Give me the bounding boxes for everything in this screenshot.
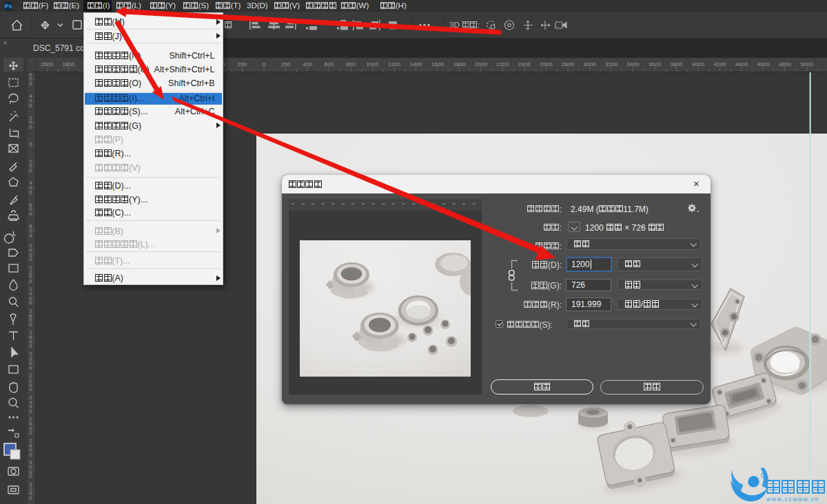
svg-text:3000: 3000 xyxy=(584,61,596,67)
svg-text:1600: 1600 xyxy=(431,61,444,67)
svg-text:4200: 4200 xyxy=(714,61,726,67)
svg-text:1200: 1200 xyxy=(388,61,400,67)
svg-text:3800: 3800 xyxy=(671,61,683,67)
svg-text:0: 0 xyxy=(30,167,32,174)
svg-text:0: 0 xyxy=(30,452,32,458)
svg-text:2000: 2000 xyxy=(475,61,487,67)
svg-text:0: 0 xyxy=(30,408,32,414)
svg-text:3600: 3600 xyxy=(649,61,661,67)
svg-text:0: 0 xyxy=(30,124,32,130)
svg-text:4000: 4000 xyxy=(692,61,704,67)
svg-text:1400: 1400 xyxy=(410,61,422,67)
svg-text:2600: 2600 xyxy=(540,61,553,67)
svg-text:1800: 1800 xyxy=(63,61,75,67)
svg-text:0: 0 xyxy=(30,495,32,501)
svg-text:200: 200 xyxy=(281,61,291,67)
svg-text:0: 0 xyxy=(30,211,32,217)
svg-text:4400: 4400 xyxy=(735,61,748,67)
svg-text:1000: 1000 xyxy=(367,61,379,67)
svg-text:0: 0 xyxy=(30,322,32,328)
svg-text:0: 0 xyxy=(30,300,32,306)
svg-text:400: 400 xyxy=(303,61,312,67)
svg-text:3400: 3400 xyxy=(627,61,640,67)
svg-text:4800: 4800 xyxy=(779,61,791,67)
svg-text:2400: 2400 xyxy=(518,61,531,67)
svg-text:2800: 2800 xyxy=(562,61,574,67)
svg-text:5000: 5000 xyxy=(801,61,813,67)
svg-text:0: 0 xyxy=(30,473,32,479)
svg-text:0: 0 xyxy=(30,81,32,87)
svg-text:0: 0 xyxy=(30,386,32,392)
svg-text:0: 0 xyxy=(30,256,32,262)
svg-text:0: 0 xyxy=(30,189,32,196)
svg-text:2000: 2000 xyxy=(41,61,53,67)
svg-text:0: 0 xyxy=(263,61,266,67)
svg-text:3200: 3200 xyxy=(605,61,617,67)
svg-text:0: 0 xyxy=(30,343,32,349)
svg-text:800: 800 xyxy=(346,61,356,67)
svg-text:1800: 1800 xyxy=(453,61,466,67)
svg-text:2200: 2200 xyxy=(497,61,509,67)
svg-text:600: 600 xyxy=(325,61,334,67)
svg-text:0: 0 xyxy=(30,430,32,436)
svg-text:0: 0 xyxy=(30,233,32,239)
svg-text:0: 0 xyxy=(30,141,32,147)
svg-text:0: 0 xyxy=(30,278,32,284)
svg-text:4600: 4600 xyxy=(757,61,770,67)
svg-text:200: 200 xyxy=(238,61,247,67)
svg-text:0: 0 xyxy=(30,103,32,109)
svg-text:0: 0 xyxy=(30,365,32,371)
